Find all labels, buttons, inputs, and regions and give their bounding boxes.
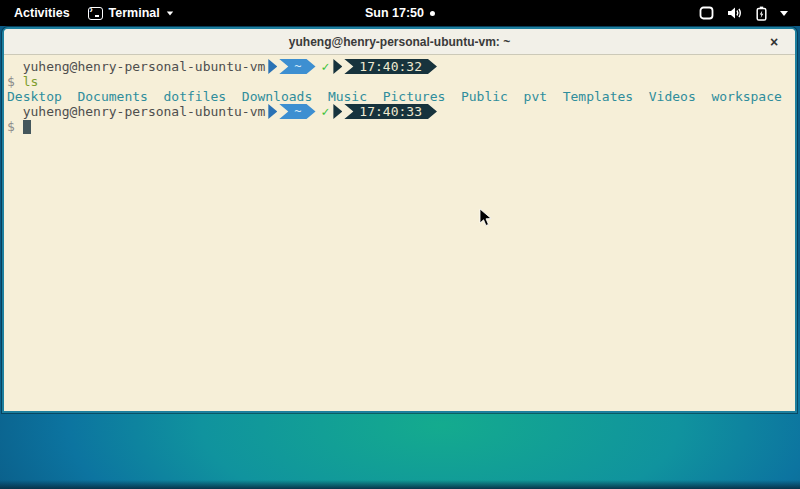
terminal-icon — [88, 7, 103, 20]
command-line-1: $ ls — [7, 74, 792, 89]
powerline-arrow-icon — [268, 59, 277, 74]
powerline-arrow-icon — [333, 59, 342, 74]
status-check-icon: ✓ — [322, 104, 330, 119]
powerline-arrow-icon — [268, 104, 277, 119]
app-menu-label: Terminal — [109, 6, 160, 20]
time-segment: 17:40:32 — [344, 59, 437, 74]
terminal-content[interactable]: yuheng@henry-personal-ubuntu-vm ~ ✓ 17:4… — [4, 55, 795, 138]
prompt-user: yuheng@henry-personal-ubuntu-vm — [7, 59, 265, 74]
window-title: yuheng@henry-personal-ubuntu-vm: ~ — [289, 35, 510, 49]
system-status-menu[interactable] — [699, 0, 800, 26]
top-bar: Activities Terminal Sun 17:50 — [0, 0, 800, 26]
volume-icon — [727, 6, 743, 20]
status-check-icon: ✓ — [322, 59, 330, 74]
time-segment: 17:40:33 — [344, 104, 437, 119]
chevron-down-icon — [167, 11, 173, 15]
clock-label: Sun 17:50 — [365, 6, 424, 20]
notification-dot-icon — [430, 11, 435, 16]
command-text: ls — [23, 74, 39, 89]
prompt-symbol: $ — [7, 119, 15, 134]
activities-button[interactable]: Activities — [10, 6, 74, 20]
clock-button[interactable]: Sun 17:50 — [365, 0, 435, 26]
prompt-line-2: yuheng@henry-personal-ubuntu-vm ~ ✓ 17:4… — [7, 104, 792, 119]
cwd-segment: ~ — [279, 104, 315, 119]
window-titlebar[interactable]: yuheng@henry-personal-ubuntu-vm: ~ × — [4, 29, 795, 55]
ls-output-line: Desktop Documents dotfiles Downloads Mus… — [7, 89, 792, 104]
prompt-user: yuheng@henry-personal-ubuntu-vm — [7, 104, 265, 119]
close-button[interactable]: × — [765, 33, 783, 51]
chevron-down-icon — [780, 11, 788, 16]
terminal-window: yuheng@henry-personal-ubuntu-vm: ~ × yuh… — [2, 27, 797, 413]
mouse-cursor — [479, 208, 492, 227]
command-line-2: $ — [7, 119, 792, 134]
prompt-line-1: yuheng@henry-personal-ubuntu-vm ~ ✓ 17:4… — [7, 59, 792, 74]
cwd-segment: ~ — [279, 59, 315, 74]
terminal-cursor — [23, 120, 31, 134]
powerline-arrow-icon — [333, 104, 342, 119]
app-menu-terminal[interactable]: Terminal — [88, 6, 174, 20]
prompt-symbol: $ — [7, 74, 15, 89]
top-bar-left: Activities Terminal — [0, 6, 174, 20]
battery-charging-icon — [756, 6, 767, 21]
screen-icon — [699, 6, 714, 20]
